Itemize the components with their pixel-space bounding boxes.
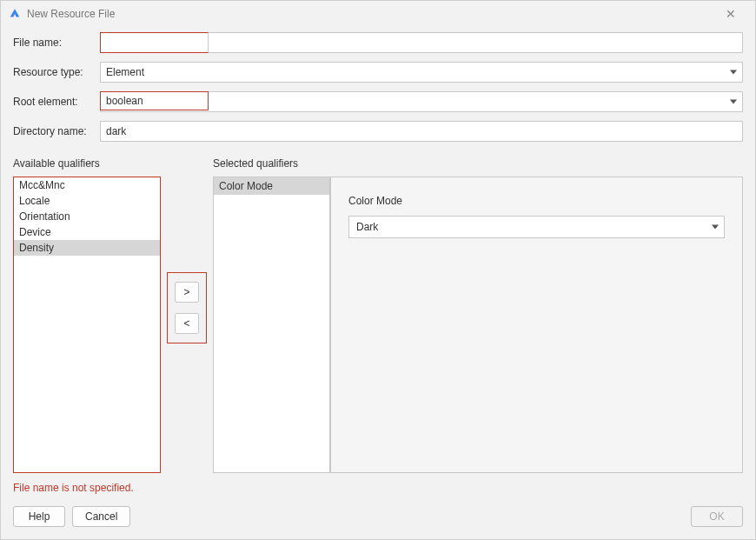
- transfer-buttons: > <: [167, 272, 207, 343]
- list-item[interactable]: Locale: [14, 193, 160, 209]
- chevron-down-icon: [730, 100, 737, 104]
- list-item[interactable]: Density: [14, 240, 160, 256]
- list-item[interactable]: Device: [14, 224, 160, 240]
- list-item[interactable]: Color Mode: [214, 177, 329, 195]
- window-title: New Resource File: [27, 8, 115, 20]
- ok-button: OK: [691, 506, 743, 527]
- file-name-field[interactable]: [100, 32, 743, 53]
- directory-name-field: [100, 121, 743, 142]
- error-message: File name is not specified.: [1, 473, 755, 494]
- qualifier-detail-panel: Color Mode Dark: [330, 177, 743, 473]
- chevron-down-icon: [730, 70, 737, 75]
- selected-qualifiers-list[interactable]: Color Mode: [213, 177, 330, 473]
- resource-type-value: Element: [106, 66, 144, 78]
- color-mode-select[interactable]: Dark: [348, 216, 725, 238]
- selected-qualifiers-label: Selected qualifiers: [213, 157, 330, 171]
- root-element-label: Root element:: [13, 96, 100, 108]
- available-qualifiers-label: Available qualifiers: [13, 157, 161, 171]
- form-area: File name: Resource type: Element Root e…: [1, 27, 755, 150]
- color-mode-value: Dark: [356, 221, 378, 233]
- root-element-value: boolean: [106, 95, 143, 107]
- cancel-button[interactable]: Cancel: [72, 506, 130, 527]
- app-icon: [8, 7, 22, 21]
- move-right-button[interactable]: >: [175, 282, 199, 303]
- button-bar: Help Cancel OK: [1, 494, 755, 539]
- directory-name-label: Directory name:: [13, 125, 100, 137]
- move-left-button[interactable]: <: [175, 313, 199, 334]
- new-resource-file-dialog: New Resource File ✕ File name: Resource …: [0, 0, 756, 540]
- chevron-down-icon: [712, 225, 719, 230]
- list-item[interactable]: Orientation: [14, 209, 160, 224]
- qualifiers-area: Available qualifiers Mcc&MncLocaleOrient…: [1, 150, 755, 473]
- available-qualifiers-list[interactable]: Mcc&MncLocaleOrientationDeviceDensity: [13, 177, 161, 473]
- root-element-select[interactable]: boolean: [100, 91, 743, 112]
- titlebar: New Resource File ✕: [1, 1, 755, 27]
- list-item[interactable]: Mcc&Mnc: [14, 177, 160, 193]
- resource-type-select[interactable]: Element: [100, 62, 743, 83]
- file-name-label: File name:: [13, 37, 100, 49]
- resource-type-label: Resource type:: [13, 66, 100, 78]
- close-icon[interactable]: ✕: [713, 7, 748, 21]
- help-button[interactable]: Help: [13, 506, 65, 527]
- detail-label: Color Mode: [348, 195, 725, 207]
